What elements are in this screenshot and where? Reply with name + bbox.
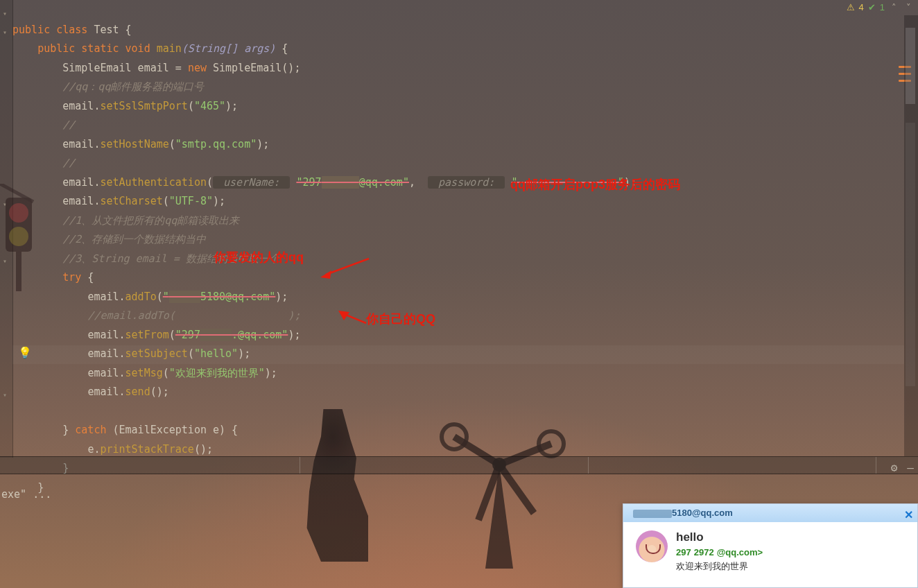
ok-icon[interactable]: ✔ bbox=[868, 0, 876, 17]
fold-icon[interactable] bbox=[3, 23, 10, 30]
code-editor[interactable]: public class Test { public static void m… bbox=[0, 0, 918, 458]
popup-from-address: 5180@qq.com bbox=[672, 508, 733, 518]
minimap-region bbox=[906, 123, 915, 386]
comment: //qq：qq邮件服务器的端口号 bbox=[62, 80, 204, 93]
popup-subject: hello bbox=[676, 530, 763, 544]
parameter-hint: password: bbox=[428, 176, 505, 189]
panel-columns bbox=[12, 457, 876, 474]
annotation-sender: 你自己的QQ bbox=[366, 310, 435, 329]
ok-count: 1 bbox=[880, 0, 885, 17]
popup-body-text: 欢迎来到我的世界 bbox=[676, 560, 763, 573]
redacted-prefix bbox=[633, 510, 672, 518]
avatar bbox=[636, 530, 668, 562]
arrow-icon bbox=[338, 311, 369, 337]
gutter bbox=[0, 0, 13, 458]
fold-icon[interactable] bbox=[3, 252, 10, 259]
arrow-icon bbox=[320, 255, 376, 290]
keyword: class bbox=[56, 24, 87, 36]
fold-icon[interactable] bbox=[3, 4, 10, 11]
class-name: Test bbox=[94, 24, 119, 36]
minimap-scrollbar[interactable] bbox=[904, 15, 918, 456]
warning-icon[interactable]: ⚠ bbox=[847, 0, 855, 17]
annotation-password: qq邮箱开启pop3服务后的密码 bbox=[510, 175, 680, 195]
fold-icon[interactable] bbox=[3, 386, 10, 392]
popup-title-bar[interactable]: 5180@qq.com ✕ bbox=[623, 504, 917, 522]
svg-marker-1 bbox=[320, 270, 331, 279]
intention-bulb-icon[interactable] bbox=[18, 343, 31, 356]
mail-notification-popup[interactable]: 5180@qq.com ✕ hello 297 2972 @qq.com> 欢迎… bbox=[623, 503, 918, 588]
keyword: public bbox=[12, 24, 50, 36]
svg-line-0 bbox=[326, 259, 369, 275]
popup-sender: 297 2972 @qq.com> bbox=[676, 546, 763, 560]
parameter-hint: userName: bbox=[213, 176, 290, 189]
inspection-status[interactable]: ⚠4 ✔1 ˄ ˅ bbox=[847, 0, 914, 15]
annotation-recipient: 你要发的人的qq bbox=[214, 248, 304, 268]
fold-icon[interactable] bbox=[3, 195, 10, 202]
minimap-thumb[interactable] bbox=[906, 28, 915, 104]
tool-panel-header[interactable]: ⚙ — bbox=[0, 456, 918, 474]
close-icon[interactable]: ✕ bbox=[904, 506, 913, 524]
warning-count: 4 bbox=[859, 0, 864, 17]
chevron-up-icon[interactable]: ˄ bbox=[889, 0, 899, 17]
